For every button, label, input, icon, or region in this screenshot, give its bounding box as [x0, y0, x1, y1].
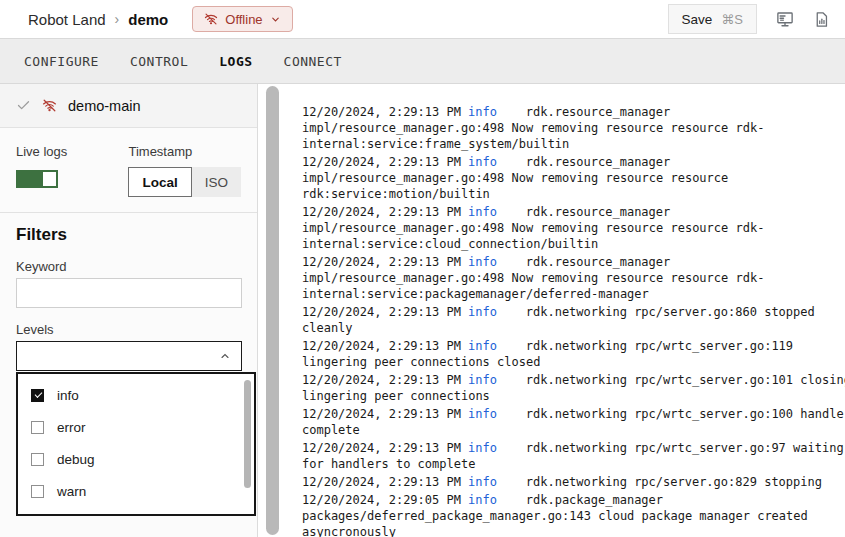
log-message-line: internal:service:frame_system/builtin: [302, 136, 845, 152]
log-level[interactable]: info: [468, 155, 497, 169]
levels-select[interactable]: [16, 341, 242, 371]
log-entry: 12/20/2024, 2:29:13 PMinfo rdk.networkin…: [302, 338, 845, 370]
log-message-line: lingering peer connections closed: [302, 354, 845, 370]
tab-configure[interactable]: CONFIGURE: [24, 54, 99, 69]
level-option-warn[interactable]: warn: [18, 475, 254, 507]
log-scrollbar-thumb[interactable]: [266, 86, 279, 535]
checkbox-error[interactable]: [31, 421, 44, 434]
dropdown-scrollbar-thumb[interactable]: [244, 380, 251, 488]
log-source-message: rdk.networking rpc/wrtc_server.go:101 cl…: [497, 373, 845, 387]
machine-part-name: demo-main: [68, 98, 141, 114]
log-source-message: rdk.resource_manager: [497, 205, 670, 219]
timestamp-control: Timestamp Local ISO: [128, 144, 241, 212]
live-logs-toggle[interactable]: [16, 170, 58, 188]
log-source-message: rdk.networking rpc/wrtc_server.go:100 ha…: [497, 407, 845, 421]
log-list: 12/20/2024, 2:29:13 PMinfo rdk.resource_…: [258, 84, 845, 537]
log-source-message: rdk.resource_manager: [497, 255, 670, 269]
log-source-message: rdk.resource_manager: [497, 105, 670, 119]
log-timestamp: 12/20/2024, 2:29:13 PM: [302, 339, 461, 353]
log-message-line: impl/resource_manager.go:498 Now removin…: [302, 270, 845, 286]
log-entry: 12/20/2024, 2:29:13 PMinfo rdk.networkin…: [302, 372, 845, 404]
tab-control[interactable]: CONTROL: [130, 54, 188, 69]
header: Robot Land › demo Offline Save ⌘S: [0, 0, 845, 38]
log-entry: 12/20/2024, 2:29:13 PMinfo rdk.resource_…: [302, 154, 845, 202]
log-entry: 12/20/2024, 2:29:13 PMinfo rdk.networkin…: [302, 474, 845, 490]
log-entry: 12/20/2024, 2:29:13 PMinfo rdk.networkin…: [302, 440, 845, 472]
log-level[interactable]: info: [468, 475, 497, 489]
timestamp-segmented-control: Local ISO: [128, 167, 241, 197]
log-timestamp: 12/20/2024, 2:29:13 PM: [302, 475, 461, 489]
log-timestamp: 12/20/2024, 2:29:13 PM: [302, 305, 461, 319]
log-level[interactable]: info: [468, 105, 497, 119]
monitor-icon[interactable]: [776, 10, 794, 28]
log-source-message: rdk.networking rpc/server.go:829 stoppin…: [497, 475, 822, 489]
tab-logs[interactable]: LOGS: [219, 54, 252, 69]
checkbox-info[interactable]: [31, 389, 44, 402]
keyword-input[interactable]: [16, 278, 242, 308]
filters-title: Filters: [16, 225, 241, 245]
level-option-label: error: [57, 420, 86, 435]
log-entry: 12/20/2024, 2:29:13 PMinfo rdk.networkin…: [302, 406, 845, 438]
timestamp-option-iso[interactable]: ISO: [192, 167, 241, 197]
header-actions: Save ⌘S: [668, 4, 831, 34]
status-label: Offline: [225, 12, 262, 27]
log-message-line: for handlers to complete: [302, 456, 845, 472]
log-level[interactable]: info: [468, 205, 497, 219]
log-message-line: impl/resource_manager.go:498 Now removin…: [302, 120, 845, 136]
checkbox-debug[interactable]: [31, 453, 44, 466]
log-source-message: rdk.networking rpc/wrtc_server.go:119: [497, 339, 793, 353]
tab-connect[interactable]: CONNECT: [284, 54, 342, 69]
check-icon: [16, 98, 31, 113]
log-level[interactable]: info: [468, 305, 497, 319]
log-panel: 12/20/2024, 2:29:13 PMinfo rdk.resource_…: [258, 84, 845, 537]
tab-bar: CONFIGURE CONTROL LOGS CONNECT: [0, 38, 845, 84]
log-source-message: rdk.package_manager: [497, 493, 663, 507]
level-option-label: info: [57, 388, 79, 403]
log-message-line: impl/resource_manager.go:498 Now removin…: [302, 170, 845, 186]
log-source-message: rdk.networking rpc/server.go:860 stopped: [497, 305, 815, 319]
log-entry: 12/20/2024, 2:29:05 PMinfo rdk.package_m…: [302, 492, 845, 537]
log-entry: 12/20/2024, 2:29:13 PMinfo rdk.networkin…: [302, 304, 845, 336]
save-shortcut: ⌘S: [721, 12, 743, 27]
log-message-line: complete: [302, 422, 845, 438]
save-label: Save: [682, 12, 713, 27]
machine-status-badge[interactable]: Offline: [192, 6, 292, 32]
log-timestamp: 12/20/2024, 2:29:13 PM: [302, 407, 461, 421]
log-level[interactable]: info: [468, 493, 497, 507]
log-report-icon[interactable]: [813, 10, 831, 28]
log-timestamp: 12/20/2024, 2:29:13 PM: [302, 155, 461, 169]
levels-dropdown: info error debug warn: [16, 372, 256, 516]
log-level[interactable]: info: [468, 407, 497, 421]
log-controls: Live logs Timestamp Local ISO: [0, 128, 257, 213]
log-entry: 12/20/2024, 2:29:13 PMinfo rdk.resource_…: [302, 104, 845, 152]
log-timestamp: 12/20/2024, 2:29:13 PM: [302, 373, 461, 387]
log-message-line: rdk:service:motion/builtin: [302, 186, 845, 202]
save-button[interactable]: Save ⌘S: [668, 4, 757, 34]
toggle-knob: [43, 172, 56, 186]
breadcrumb-machine[interactable]: demo: [128, 11, 168, 28]
log-timestamp: 12/20/2024, 2:29:13 PM: [302, 255, 461, 269]
log-level[interactable]: info: [468, 255, 497, 269]
sidebar: demo-main Live logs Timestamp Local ISO …: [0, 84, 258, 537]
log-level[interactable]: info: [468, 441, 497, 455]
log-level[interactable]: info: [468, 373, 497, 387]
level-option-error[interactable]: error: [18, 411, 254, 443]
log-timestamp: 12/20/2024, 2:29:13 PM: [302, 205, 461, 219]
log-level[interactable]: info: [468, 339, 497, 353]
timestamp-option-local[interactable]: Local: [128, 167, 191, 197]
breadcrumb-org[interactable]: Robot Land: [28, 11, 106, 28]
log-message-line: impl/resource_manager.go:498 Now removin…: [302, 220, 845, 236]
log-message-line: internal:service:packagemanager/deferred…: [302, 286, 845, 302]
level-option-debug[interactable]: debug: [18, 443, 254, 475]
log-timestamp: 12/20/2024, 2:29:05 PM: [302, 493, 461, 507]
level-option-info[interactable]: info: [18, 379, 254, 411]
keyword-label: Keyword: [16, 259, 241, 274]
chevron-down-icon: [270, 14, 281, 25]
checkbox-warn[interactable]: [31, 485, 44, 498]
wifi-off-icon: [42, 98, 57, 113]
machine-part-row[interactable]: demo-main: [0, 84, 257, 128]
log-entry: 12/20/2024, 2:29:13 PMinfo rdk.resource_…: [302, 204, 845, 252]
chevron-up-icon: [219, 350, 231, 362]
wifi-off-icon: [204, 12, 218, 26]
log-timestamp: 12/20/2024, 2:29:13 PM: [302, 441, 461, 455]
